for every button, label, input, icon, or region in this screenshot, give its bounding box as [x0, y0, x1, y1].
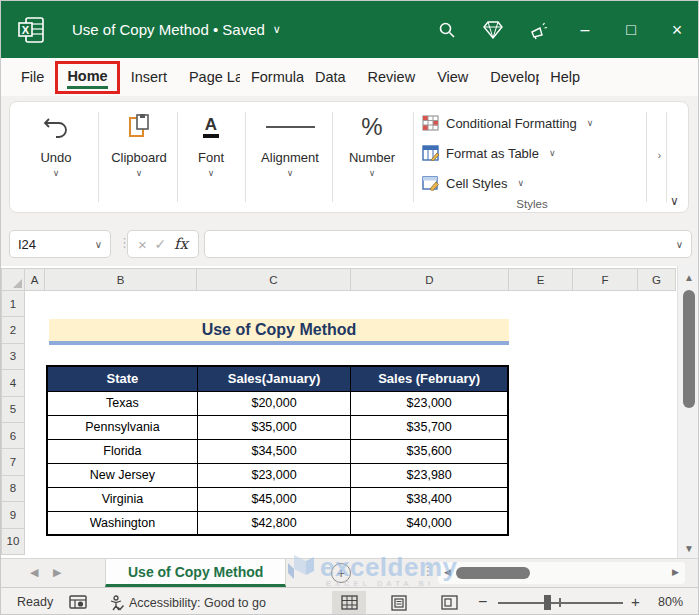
- tab-home-active[interactable]: Home: [55, 61, 119, 94]
- cell-feb[interactable]: $35,600: [351, 439, 508, 463]
- header-sales-february[interactable]: Sales (February): [351, 366, 508, 391]
- alignment-chevron-icon[interactable]: ∨: [287, 168, 294, 178]
- row-header-5[interactable]: 5: [1, 397, 25, 423]
- scroll-left-arrow-icon[interactable]: ◀: [444, 567, 451, 577]
- number-group[interactable]: % Number ∨: [338, 110, 406, 178]
- row-header-9[interactable]: 9: [1, 502, 25, 528]
- vertical-scroll-thumb[interactable]: [683, 290, 695, 408]
- collapse-ribbon-chevron-icon[interactable]: ∨: [670, 194, 679, 208]
- scroll-down-arrow-icon[interactable]: ▼: [684, 543, 694, 554]
- new-sheet-button[interactable]: +: [331, 563, 351, 583]
- cell-feb[interactable]: $23,980: [351, 463, 508, 487]
- prev-sheet-arrow-icon[interactable]: ◀: [30, 566, 38, 579]
- column-header-d[interactable]: D: [351, 268, 509, 291]
- row-header-3[interactable]: 3: [1, 344, 25, 370]
- sheet-cells[interactable]: Use of Copy Method State Sales(January) …: [26, 291, 676, 558]
- tab-file[interactable]: File: [10, 62, 55, 92]
- cell-jan[interactable]: $20,000: [197, 391, 350, 415]
- record-macro-icon[interactable]: [69, 594, 87, 613]
- column-header-b[interactable]: B: [45, 268, 197, 291]
- zoom-slider-thumb[interactable]: [544, 595, 551, 610]
- tab-view[interactable]: View: [426, 62, 479, 92]
- formula-input[interactable]: ∨: [204, 230, 692, 258]
- minimize-button[interactable]: –: [562, 1, 608, 58]
- cell-feb[interactable]: $35,700: [351, 415, 508, 439]
- font-chevron-icon[interactable]: ∨: [208, 168, 215, 178]
- cell-state[interactable]: Texas: [47, 391, 197, 415]
- next-sheet-arrow-icon[interactable]: ▶: [53, 566, 61, 579]
- name-box-chevron-icon[interactable]: ∨: [95, 239, 102, 250]
- cell-jan[interactable]: $42,800: [197, 511, 350, 535]
- cell-state[interactable]: Virginia: [47, 487, 197, 511]
- clipboard-chevron-icon[interactable]: ∨: [136, 168, 143, 178]
- undo-group[interactable]: Undo ∨: [26, 110, 86, 178]
- tab-data[interactable]: Data: [304, 62, 357, 92]
- horizontal-scroll-thumb[interactable]: [456, 567, 530, 579]
- row-header-7[interactable]: 7: [1, 449, 25, 475]
- cell-jan[interactable]: $23,000: [197, 463, 350, 487]
- column-header-g[interactable]: G: [638, 268, 676, 291]
- cell-state[interactable]: Washington: [47, 511, 197, 535]
- number-percent-icon[interactable]: %: [361, 113, 382, 141]
- tab-developer[interactable]: Develop: [479, 62, 539, 92]
- maximize-button[interactable]: □: [608, 1, 654, 58]
- cell-jan[interactable]: $34,500: [197, 439, 350, 463]
- zoom-in-button[interactable]: +: [631, 593, 640, 610]
- column-header-c[interactable]: C: [197, 268, 351, 291]
- clipboard-group[interactable]: Clipboard ∨: [102, 110, 176, 178]
- page-layout-view-button[interactable]: [382, 591, 416, 614]
- expand-formula-bar-chevron-icon[interactable]: ∨: [676, 239, 683, 250]
- row-header-4[interactable]: 4: [1, 370, 25, 396]
- premium-gem-icon[interactable]: [470, 1, 516, 58]
- font-icon[interactable]: A: [203, 116, 219, 139]
- format-as-table-button[interactable]: Format as Table ∨: [422, 138, 642, 168]
- header-sales-january[interactable]: Sales(January): [197, 366, 350, 391]
- row-header-2[interactable]: 2: [1, 317, 25, 343]
- scroll-up-arrow-icon[interactable]: ▲: [684, 272, 694, 283]
- accessibility-status[interactable]: Accessibility: Good to go: [109, 595, 266, 611]
- cancel-entry-icon[interactable]: ×: [138, 236, 147, 253]
- cell-state[interactable]: Florida: [47, 439, 197, 463]
- name-box[interactable]: I24 ∨: [9, 230, 111, 258]
- cell-feb[interactable]: $40,000: [351, 511, 508, 535]
- title-dropdown-chevron-icon[interactable]: ∨: [273, 23, 281, 36]
- page-break-preview-button[interactable]: [432, 591, 466, 614]
- sheet-tab-active[interactable]: Use of Copy Method: [105, 559, 286, 587]
- conditional-formatting-button[interactable]: Conditional Formatting ∨: [422, 108, 642, 138]
- zoom-level-label[interactable]: 80%: [658, 595, 683, 609]
- tab-formulas[interactable]: Formula: [240, 62, 304, 92]
- select-all-button[interactable]: [1, 268, 25, 291]
- cell-state[interactable]: New Jersey: [47, 463, 197, 487]
- cell-jan[interactable]: $45,000: [197, 487, 350, 511]
- worksheet-title-cell[interactable]: Use of Copy Method: [49, 319, 509, 345]
- row-header-8[interactable]: 8: [1, 476, 25, 502]
- tab-help[interactable]: Help: [539, 62, 591, 92]
- insert-function-icon[interactable]: fx: [174, 235, 188, 253]
- tab-review[interactable]: Review: [357, 62, 427, 92]
- tab-bar-options-dots-icon[interactable]: ⋮: [422, 564, 434, 578]
- horizontal-scrollbar[interactable]: ◀ ▶: [438, 562, 685, 584]
- alignment-group[interactable]: Alignment ∨: [250, 110, 330, 178]
- cell-styles-button[interactable]: Cell Styles ∨: [422, 168, 642, 198]
- confirm-entry-icon[interactable]: ✓: [155, 236, 167, 252]
- whats-new-megaphone-icon[interactable]: [516, 1, 562, 58]
- undo-chevron-icon[interactable]: ∨: [53, 168, 60, 178]
- close-button[interactable]: ×: [654, 1, 699, 58]
- ribbon-more-button[interactable]: ›: [653, 150, 666, 161]
- tab-page-layout[interactable]: Page La: [178, 62, 240, 92]
- header-state[interactable]: State: [47, 366, 197, 391]
- tab-insert[interactable]: Insert: [120, 62, 178, 92]
- row-header-1[interactable]: 1: [1, 291, 25, 317]
- font-group[interactable]: A Font ∨: [182, 110, 240, 178]
- cell-feb[interactable]: $23,000: [351, 391, 508, 415]
- cell-jan[interactable]: $35,000: [197, 415, 350, 439]
- column-header-f[interactable]: F: [573, 268, 638, 291]
- alignment-icon[interactable]: [266, 110, 315, 144]
- row-header-6[interactable]: 6: [1, 423, 25, 449]
- column-header-a[interactable]: A: [25, 268, 45, 291]
- zoom-out-button[interactable]: −: [478, 593, 487, 611]
- vertical-scrollbar[interactable]: ▲ ▼: [677, 266, 699, 558]
- zoom-slider-track[interactable]: [498, 602, 623, 604]
- scroll-right-arrow-icon[interactable]: ▶: [672, 567, 679, 577]
- undo-icon[interactable]: [43, 110, 69, 144]
